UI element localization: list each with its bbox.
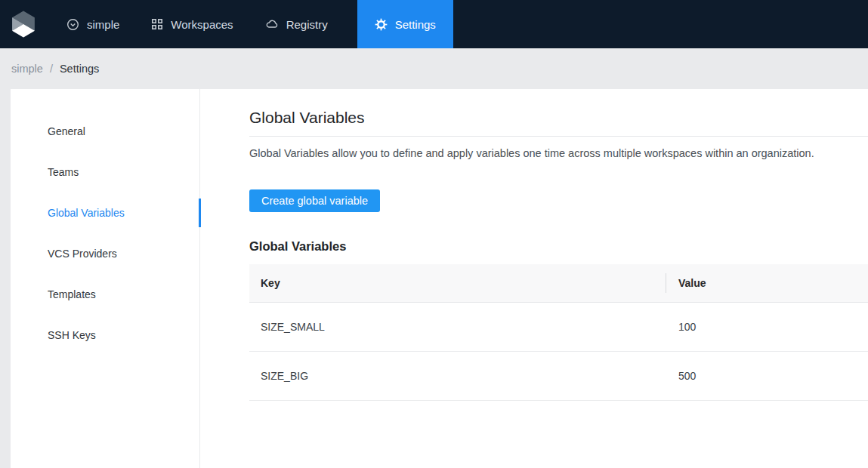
sidebar-item-label: Teams <box>48 166 79 178</box>
table-row[interactable]: SIZE_SMALL 100 <box>249 302 868 351</box>
nav-label-registry: Registry <box>286 18 328 31</box>
variable-value-cell: 500 <box>666 351 868 400</box>
nav-item-org-simple[interactable]: simple <box>47 0 135 48</box>
sidebar-item-label: General <box>48 125 85 137</box>
sidebar-item-label: Templates <box>48 288 96 300</box>
sidebar-item-global-variables[interactable]: Global Variables <box>11 192 199 233</box>
sidebar-item-label: SSH Keys <box>48 329 96 341</box>
column-divider <box>666 273 666 293</box>
sidebar-item-general[interactable]: General <box>11 111 199 152</box>
settings-content: Global Variables Global Variables allow … <box>200 89 868 468</box>
variable-value-cell: 100 <box>666 302 868 351</box>
sidebar-item-ssh-keys[interactable]: SSH Keys <box>11 315 199 356</box>
top-navbar: simple Workspaces Registry <box>0 0 868 48</box>
app-root: simple Workspaces Registry <box>0 0 868 468</box>
cloud-icon <box>265 18 279 30</box>
column-header-value: Value <box>666 264 868 302</box>
breadcrumb-link-simple[interactable]: simple <box>11 63 43 75</box>
workspaces-grid-icon <box>151 18 163 30</box>
global-variables-table: Key Value SIZE_SMALL 100 SIZE_BIG 5 <box>249 264 868 401</box>
page-description: Global Variables allow you to define and… <box>249 147 868 159</box>
breadcrumb: simple / Settings <box>0 48 868 89</box>
nav-item-workspaces[interactable]: Workspaces <box>135 0 249 48</box>
breadcrumb-separator: / <box>50 63 53 75</box>
active-item-indicator <box>199 199 201 227</box>
sidebar-item-label: VCS Providers <box>48 248 117 260</box>
nav-item-registry[interactable]: Registry <box>249 0 344 48</box>
variables-section-title: Global Variables <box>249 239 868 254</box>
breadcrumb-current-settings: Settings <box>60 63 99 75</box>
sidebar-item-teams[interactable]: Teams <box>11 152 199 192</box>
page-title: Global Variables <box>249 109 868 137</box>
create-global-variable-button[interactable]: Create global variable <box>249 189 380 212</box>
nav-item-settings[interactable]: Settings <box>357 0 453 48</box>
nav-label-simple: simple <box>87 18 119 31</box>
column-header-value-label: Value <box>678 277 706 289</box>
variable-key-cell: SIZE_SMALL <box>249 302 666 351</box>
variable-key-cell: SIZE_BIG <box>249 351 666 400</box>
table-row[interactable]: SIZE_BIG 500 <box>249 351 868 400</box>
table-header-row: Key Value <box>249 264 868 302</box>
gear-icon <box>375 18 388 31</box>
column-header-key: Key <box>249 264 666 302</box>
sidebar-item-label: Global Variables <box>48 207 125 219</box>
nav-label-workspaces: Workspaces <box>171 18 233 31</box>
app-logo[interactable] <box>0 0 47 48</box>
nav-label-settings: Settings <box>395 18 436 31</box>
sidebar-item-templates[interactable]: Templates <box>11 274 199 315</box>
hexagon-cube-logo-icon <box>8 8 39 40</box>
sidebar-item-vcs-providers[interactable]: VCS Providers <box>11 233 199 274</box>
chevron-down-circle-icon <box>66 18 79 31</box>
settings-panel: General Teams Global Variables VCS Provi… <box>11 89 868 468</box>
settings-sidebar: General Teams Global Variables VCS Provi… <box>11 89 200 468</box>
